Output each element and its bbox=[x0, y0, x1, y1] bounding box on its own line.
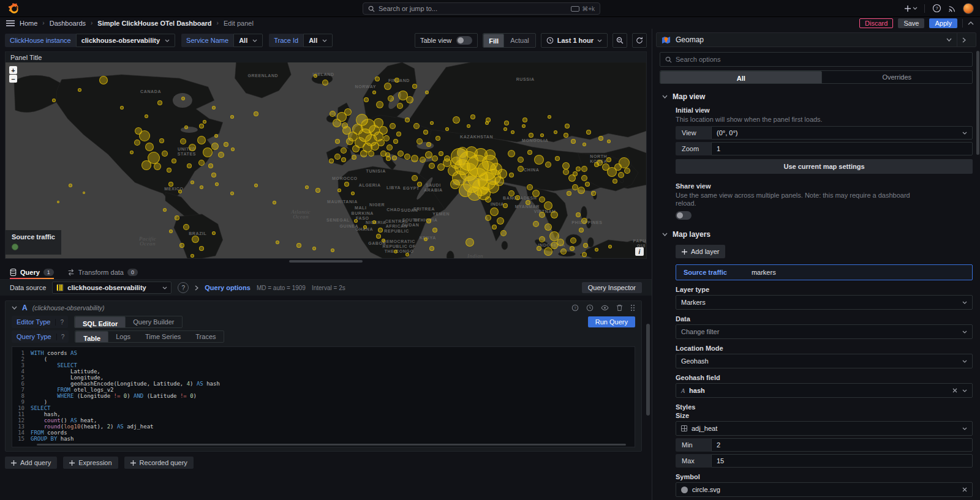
layer-card-source-traffic[interactable]: Source traffic markers bbox=[676, 264, 973, 280]
sql-editor-option[interactable]: SQL Editor bbox=[75, 316, 126, 328]
variable-trace-id: Trace Id All bbox=[269, 34, 333, 47]
info-icon[interactable]: ? bbox=[55, 319, 68, 326]
min-input[interactable]: 2 bbox=[711, 438, 973, 452]
datasource-help-icon[interactable]: ? bbox=[178, 282, 189, 293]
discard-button[interactable]: Discard bbox=[859, 18, 893, 28]
left-pane-scrollbar[interactable] bbox=[646, 324, 650, 416]
global-search-input[interactable]: Search or jump to... ⌘+k bbox=[363, 2, 600, 15]
chevron-down-icon[interactable] bbox=[941, 33, 957, 47]
map-legend: Source traffic bbox=[6, 230, 61, 255]
user-avatar[interactable] bbox=[963, 3, 974, 14]
table-view-toggle[interactable] bbox=[456, 36, 472, 45]
geomap-canvas[interactable]: RUSSIACANADAUNITED STATESMEXICOBRAZILGRE… bbox=[6, 62, 646, 258]
chevron-down-icon bbox=[962, 389, 967, 392]
panel-resize-handle[interactable] bbox=[0, 259, 652, 264]
breadcrumb-home[interactable]: Home bbox=[20, 20, 37, 27]
fill-option[interactable]: Fill bbox=[483, 34, 504, 48]
actual-option[interactable]: Actual bbox=[504, 34, 535, 47]
query-inspector-button[interactable]: Query Inspector bbox=[582, 282, 642, 293]
info-icon[interactable]: ? bbox=[56, 334, 69, 340]
sql-code-line: geohashEncode(Longitude, Latitude, 4) AS… bbox=[31, 381, 220, 387]
geohash-field-select[interactable]: A hash bbox=[676, 383, 973, 398]
sql-code-line: SELECT bbox=[31, 405, 51, 411]
fill-actual-switch: Fill Actual bbox=[483, 33, 535, 48]
breadcrumb-edit-panel: Edit panel bbox=[224, 20, 254, 27]
layer-type-select[interactable]: Markers bbox=[676, 295, 973, 310]
layer-kind: markers bbox=[752, 269, 776, 276]
visualization-picker[interactable]: Geomap bbox=[656, 32, 976, 47]
tab-overrides[interactable]: Overrides bbox=[822, 71, 973, 83]
refresh-button[interactable] bbox=[632, 33, 647, 48]
size-field-select[interactable]: adj_heat bbox=[676, 421, 973, 436]
chevron-up-icon[interactable] bbox=[968, 21, 974, 25]
use-current-map-settings-button[interactable]: Use current map settings bbox=[676, 159, 973, 174]
news-icon[interactable] bbox=[948, 4, 957, 13]
add-recorded-query-button[interactable]: Recorded query bbox=[124, 457, 194, 469]
logs-option[interactable]: Logs bbox=[108, 331, 138, 342]
query-type-label-chip: Query Type ? bbox=[12, 330, 69, 343]
tab-query[interactable]: Query 1 bbox=[10, 269, 54, 279]
tab-transform-data[interactable]: Transform data 0 bbox=[67, 269, 138, 279]
zoom-out-time-button[interactable] bbox=[612, 33, 627, 48]
save-button[interactable]: Save bbox=[898, 18, 924, 28]
sql-code-line: SELECT bbox=[31, 362, 77, 368]
section-map-layers[interactable]: Map layers bbox=[662, 230, 973, 239]
map-zoom-in-button[interactable]: + bbox=[9, 66, 17, 74]
add-expression-button[interactable]: Expression bbox=[63, 457, 118, 469]
section-map-view[interactable]: Map view bbox=[662, 92, 973, 101]
search-icon bbox=[368, 6, 375, 12]
table-option[interactable]: Table bbox=[75, 331, 108, 343]
grafana-logo[interactable] bbox=[7, 2, 20, 15]
map-zoom-out-button[interactable]: – bbox=[9, 75, 17, 83]
drag-handle-icon[interactable] bbox=[630, 304, 635, 312]
chevron-down-icon bbox=[162, 286, 167, 289]
datasource-row: Data source clickhouse-observability ? Q… bbox=[0, 280, 652, 296]
variable-value-dropdown[interactable]: All bbox=[303, 34, 333, 47]
zoom-input[interactable]: 1 bbox=[711, 142, 973, 155]
breadcrumb-dashboards[interactable]: Dashboards bbox=[50, 20, 86, 27]
datasource-picker[interactable]: clickhouse-observability bbox=[52, 282, 172, 294]
add-query-button[interactable]: Add query bbox=[5, 457, 57, 469]
data-filter-select[interactable]: Change filter bbox=[676, 324, 973, 339]
breadcrumb-dashboard-name[interactable]: Simple ClickHouse OTel Dashboard bbox=[97, 20, 211, 27]
run-query-button[interactable]: Run Query bbox=[588, 316, 635, 327]
query-history-icon[interactable] bbox=[586, 304, 594, 312]
query-row-header[interactable]: A (clickhouse-observability) ? bbox=[6, 301, 641, 315]
table-view-label: Table view bbox=[420, 37, 451, 44]
chevron-right-icon: › bbox=[91, 20, 92, 26]
variable-value-dropdown[interactable]: All bbox=[233, 34, 263, 47]
chevron-right-icon[interactable] bbox=[195, 285, 198, 291]
query-options-toggle[interactable]: Query options bbox=[205, 284, 251, 291]
view-select[interactable]: (0°, 0°) bbox=[711, 126, 973, 140]
traces-option[interactable]: Traces bbox=[188, 331, 223, 342]
variable-value-dropdown[interactable]: clickhouse-observability bbox=[76, 34, 175, 47]
collapse-options-icon[interactable] bbox=[957, 33, 971, 47]
sql-editor[interactable]: 1WITH coords AS2 (3 SELECT4 Latitude,5 L… bbox=[12, 346, 635, 447]
menu-toggle-icon[interactable] bbox=[6, 20, 15, 26]
sql-horizontal-scrollbar[interactable] bbox=[37, 444, 626, 446]
share-view-toggle[interactable] bbox=[676, 211, 692, 220]
help-icon[interactable]: ? bbox=[931, 3, 942, 14]
sql-line-number: 3 bbox=[12, 362, 31, 368]
clear-icon[interactable] bbox=[962, 487, 967, 492]
tab-all[interactable]: All bbox=[660, 71, 822, 84]
location-mode-select[interactable]: Geohash bbox=[676, 354, 973, 368]
clear-icon[interactable] bbox=[952, 388, 957, 393]
options-search-input[interactable]: Search options bbox=[660, 52, 973, 67]
time-series-option[interactable]: Time Series bbox=[138, 331, 188, 342]
max-input[interactable]: 15 bbox=[711, 454, 973, 468]
query-help-icon[interactable]: ? bbox=[571, 304, 579, 312]
attribution-info-icon[interactable]: i bbox=[635, 247, 644, 256]
query-builder-option[interactable]: Query Builder bbox=[126, 316, 181, 327]
time-range-picker[interactable]: Last 1 hour bbox=[541, 33, 608, 48]
panel-title[interactable]: Panel Title bbox=[6, 52, 646, 62]
add-new-button[interactable] bbox=[905, 5, 918, 12]
sidebar-scrollbar[interactable] bbox=[976, 51, 979, 155]
hide-query-eye-icon[interactable] bbox=[601, 305, 609, 311]
add-layer-button[interactable]: Add layer bbox=[676, 245, 725, 258]
symbol-select[interactable]: circle.svg bbox=[676, 482, 973, 497]
apply-button[interactable]: Apply bbox=[929, 18, 957, 28]
search-placeholder: Search or jump to... bbox=[379, 5, 437, 12]
delete-query-trash-icon[interactable] bbox=[616, 304, 623, 312]
sql-line-number: 6 bbox=[12, 381, 31, 387]
